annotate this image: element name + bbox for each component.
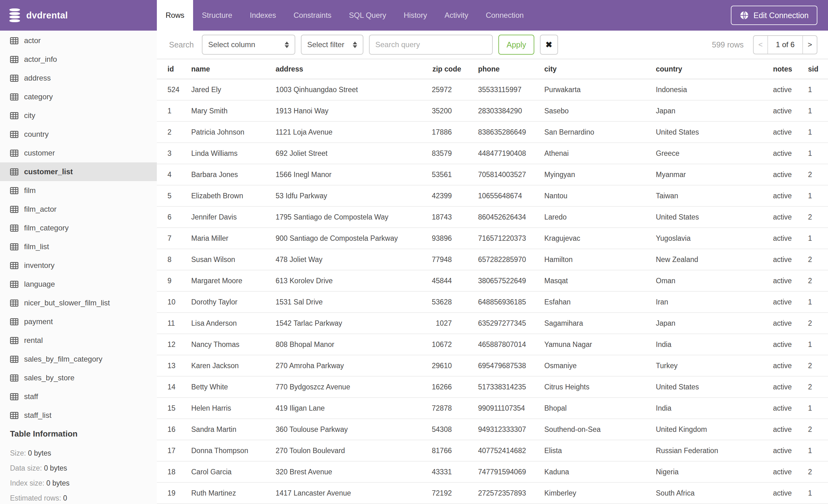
cell: 6 (157, 207, 191, 228)
next-page-button[interactable]: > (802, 36, 817, 54)
cell: 900 Santiago de Compostela Parkway (276, 228, 409, 249)
cell: active (773, 355, 808, 376)
sidebar-item-film_actor[interactable]: film_actor (0, 200, 157, 219)
column-header-phone[interactable]: phone (478, 59, 544, 79)
tab-activity[interactable]: Activity (436, 0, 477, 31)
table-info-row: Estimated rows: 0 (10, 491, 157, 504)
cell: Ruth Martinez (191, 483, 276, 504)
sidebar-item-actor[interactable]: actor (0, 31, 157, 50)
cell: 770 Bydgoszcz Avenue (276, 376, 409, 398)
sidebar-item-actor_info[interactable]: actor_info (0, 50, 157, 69)
tab-indexes[interactable]: Indexes (241, 0, 285, 31)
sidebar-item-film_list[interactable]: film_list (0, 237, 157, 256)
sidebar-item-city[interactable]: city (0, 106, 157, 125)
tab-constraints[interactable]: Constraints (285, 0, 340, 31)
column-header-address[interactable]: address (276, 59, 409, 79)
sidebar-item-country[interactable]: country (0, 125, 157, 144)
tab-history[interactable]: History (395, 0, 436, 31)
sidebar-item-customer_list[interactable]: customer_list (0, 163, 157, 181)
cell: 1913 Hanoi Way (276, 100, 409, 122)
table-icon (10, 56, 18, 63)
sidebar-item-label: city (24, 111, 35, 120)
cell: 380657522649 (478, 270, 544, 291)
cell: 2 (808, 207, 828, 228)
sidebar-item-staff_list[interactable]: staff_list (0, 406, 157, 425)
sidebar-item-sales_by_film_category[interactable]: sales_by_film_category (0, 350, 157, 368)
table-row: 6Jennifer Davis1795 Santiago de Composte… (157, 207, 828, 228)
tab-connection[interactable]: Connection (477, 0, 532, 31)
cell: 2 (808, 313, 828, 334)
cell: 17 (157, 440, 191, 461)
cell: 407752414682 (478, 440, 544, 461)
apply-button[interactable]: Apply (498, 35, 534, 55)
cell: 45844 (409, 270, 478, 291)
sidebar-item-label: country (24, 130, 49, 139)
sidebar-item-category[interactable]: category (0, 87, 157, 106)
select-column-dropdown[interactable]: Select column (202, 35, 295, 55)
cell: 53 Idfu Parkway (276, 185, 409, 207)
table-row: 12Nancy Thomas808 Bhopal Manor1067246588… (157, 334, 828, 355)
edit-connection-label: Edit Connection (753, 11, 809, 20)
cell: 54308 (409, 419, 478, 440)
sidebar-item-film[interactable]: film (0, 181, 157, 200)
prev-page-button[interactable]: < (754, 36, 768, 54)
cell: 2 (808, 355, 828, 376)
cell: Margaret Moore (191, 270, 276, 291)
select-caret-icon (353, 42, 357, 48)
tab-rows[interactable]: Rows (157, 0, 193, 31)
cell: Sasebo (544, 100, 656, 122)
cell: 17886 (409, 122, 478, 143)
search-query-input[interactable] (369, 35, 493, 55)
cell: 808 Bhopal Manor (276, 334, 409, 355)
cell: 10 (157, 291, 191, 313)
cell: active (773, 122, 808, 143)
cell: active (773, 143, 808, 164)
cell: Yugoslavia (656, 228, 773, 249)
cell: 11 (157, 313, 191, 334)
cell: 705814003527 (478, 164, 544, 185)
column-header-city[interactable]: city (544, 59, 656, 79)
cell: 320 Brest Avenue (276, 461, 409, 483)
cell: 1 (808, 143, 828, 164)
sidebar-item-label: customer_list (24, 167, 73, 176)
sidebar-item-payment[interactable]: payment (0, 312, 157, 331)
cell: 7 (157, 228, 191, 249)
cell: 1 (808, 122, 828, 143)
column-header-name[interactable]: name (191, 59, 276, 79)
sidebar-item-label: staff_list (24, 411, 51, 420)
cell: Bhopal (544, 398, 656, 419)
cell: 28303384290 (478, 100, 544, 122)
select-filter-dropdown[interactable]: Select filter (301, 35, 363, 55)
edit-connection-button[interactable]: Edit Connection (731, 6, 817, 25)
sidebar-item-rental[interactable]: rental (0, 331, 157, 350)
cell: 270 Amroha Parkway (276, 355, 409, 376)
sidebar-item-address[interactable]: address (0, 69, 157, 87)
cell: Nancy Thomas (191, 334, 276, 355)
sidebar-item-nicer_but_slower_film_list[interactable]: nicer_but_slower_film_list (0, 293, 157, 312)
column-header-notes[interactable]: notes (773, 59, 808, 79)
column-header-id[interactable]: id (157, 59, 191, 79)
sidebar-item-sales_by_store[interactable]: sales_by_store (0, 368, 157, 387)
sidebar-item-language[interactable]: language (0, 275, 157, 293)
cell: Yamuna Nagar (544, 334, 656, 355)
clear-filter-button[interactable]: ✖ (540, 35, 558, 55)
cell: Kaduna (544, 461, 656, 483)
sidebar-item-staff[interactable]: staff (0, 387, 157, 406)
table-row: 18Carol Garcia320 Brest Avenue4333174779… (157, 461, 828, 483)
column-header-zip-code[interactable]: zip code (409, 59, 478, 79)
table-row: 4Barbara Jones1566 Inegl Manor5356170581… (157, 164, 828, 185)
table-icon (10, 262, 18, 269)
sidebar-item-film_category[interactable]: film_category (0, 219, 157, 237)
globe-icon (740, 11, 749, 20)
cell: Mary Smith (191, 100, 276, 122)
column-header-sid[interactable]: sid (808, 59, 828, 79)
tab-structure[interactable]: Structure (193, 0, 241, 31)
results-table: idnameaddresszip codephonecitycountrynot… (157, 59, 828, 504)
column-header-country[interactable]: country (656, 59, 773, 79)
cell: 1 (808, 185, 828, 207)
cell: 9 (157, 270, 191, 291)
sidebar-item-customer[interactable]: customer (0, 144, 157, 163)
cell: 10672 (409, 334, 478, 355)
tab-sql-query[interactable]: SQL Query (340, 0, 395, 31)
sidebar-item-inventory[interactable]: inventory (0, 256, 157, 275)
